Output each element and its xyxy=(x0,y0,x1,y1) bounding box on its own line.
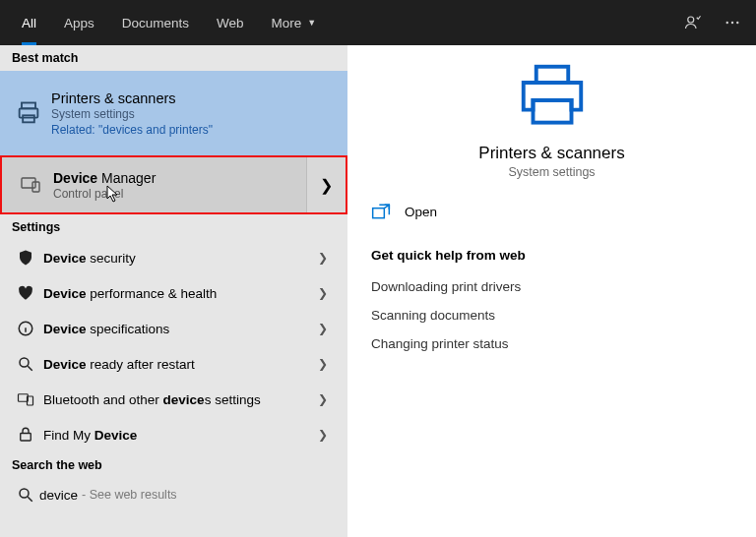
more-options-icon[interactable] xyxy=(713,0,752,45)
row-device-ready-restart[interactable]: Device ready after restart ❯ xyxy=(0,346,347,382)
row-search-web[interactable]: device - See web results xyxy=(0,478,347,511)
device-manager-icon xyxy=(14,173,47,197)
quick-help-scanning-documents[interactable]: Scanning documents xyxy=(371,301,732,329)
result-title: Device Manager xyxy=(53,170,334,186)
printer-icon xyxy=(12,99,45,127)
row-label: Find My Device xyxy=(39,428,318,443)
row-find-my-device[interactable]: Find My Device ❯ xyxy=(0,417,347,452)
info-icon xyxy=(12,320,39,337)
chevron-right-icon: ❯ xyxy=(318,392,336,406)
row-device-specifications[interactable]: Device specifications ❯ xyxy=(0,311,347,346)
search-hint: - See web results xyxy=(78,488,177,502)
tab-documents[interactable]: Documents xyxy=(108,0,203,45)
chevron-right-icon: ❯ xyxy=(320,176,333,195)
svg-point-12 xyxy=(20,358,29,367)
quick-help-printer-status[interactable]: Changing printer status xyxy=(371,329,732,358)
expand-button[interactable]: ❯ xyxy=(306,157,346,212)
action-open-label: Open xyxy=(405,205,437,219)
tab-apps-label: Apps xyxy=(64,16,94,30)
quick-help-download-drivers[interactable]: Downloading print drivers xyxy=(371,272,732,301)
section-best-match: Best match xyxy=(0,45,347,71)
chevron-right-icon: ❯ xyxy=(318,428,336,442)
tab-web-label: Web xyxy=(217,16,244,30)
section-search-web: Search the web xyxy=(0,452,347,478)
chevron-right-icon: ❯ xyxy=(318,286,336,300)
tab-all-label: All xyxy=(22,16,36,30)
search-icon xyxy=(12,355,39,373)
search-icon xyxy=(12,486,39,504)
row-device-performance[interactable]: Device performance & health ❯ xyxy=(0,275,347,311)
svg-point-0 xyxy=(688,17,694,23)
svg-line-13 xyxy=(28,366,32,371)
shield-icon xyxy=(12,249,39,267)
action-open[interactable]: Open xyxy=(371,193,732,240)
svg-point-1 xyxy=(726,22,728,24)
tab-more-label: More xyxy=(272,16,302,30)
svg-rect-14 xyxy=(19,394,29,402)
result-device-manager[interactable]: Device Manager Control panel ❯ xyxy=(0,155,347,214)
row-device-security[interactable]: Device security ❯ xyxy=(0,240,347,275)
devices-icon xyxy=(12,390,39,408)
svg-rect-16 xyxy=(21,434,32,442)
search-query: device xyxy=(39,488,78,503)
lock-icon xyxy=(12,426,39,444)
svg-rect-19 xyxy=(536,67,568,83)
svg-point-17 xyxy=(20,489,29,498)
svg-point-3 xyxy=(736,22,738,24)
preview-hero: Printers & scanners System settings xyxy=(371,55,732,193)
printer-icon xyxy=(514,61,591,130)
quick-help-heading: Get quick help from web xyxy=(371,248,732,263)
svg-rect-7 xyxy=(22,178,35,188)
results-panel: Best match Printers & scanners System se… xyxy=(0,45,347,537)
preview-panel: Printers & scanners System settings Open… xyxy=(347,45,756,537)
row-label: Bluetooth and other devices settings xyxy=(39,392,318,407)
row-label: Device ready after restart xyxy=(39,357,318,372)
row-label: Device performance & health xyxy=(39,286,318,301)
open-icon xyxy=(371,203,393,220)
tab-apps[interactable]: Apps xyxy=(50,0,108,45)
feedback-icon[interactable] xyxy=(673,0,713,45)
row-label: Device specifications xyxy=(39,322,318,336)
tab-documents-label: Documents xyxy=(122,16,189,30)
result-title: Printers & scanners xyxy=(51,90,336,106)
row-bluetooth-devices[interactable]: Bluetooth and other devices settings ❯ xyxy=(0,382,347,417)
result-related: Related: "devices and printers" xyxy=(51,123,336,137)
svg-rect-6 xyxy=(23,115,34,122)
tab-more[interactable]: More ▼ xyxy=(258,0,331,45)
svg-rect-21 xyxy=(373,209,385,218)
chevron-right-icon: ❯ xyxy=(318,251,336,265)
result-printers-scanners[interactable]: Printers & scanners System settings Rela… xyxy=(0,71,347,155)
section-settings: Settings xyxy=(0,214,347,240)
preview-title: Printers & scanners xyxy=(478,144,624,163)
chevron-right-icon: ❯ xyxy=(318,322,336,335)
row-label: Device security xyxy=(39,251,318,266)
tab-web[interactable]: Web xyxy=(203,0,258,45)
svg-point-2 xyxy=(731,22,733,24)
chevron-down-icon: ▼ xyxy=(307,18,316,28)
svg-rect-20 xyxy=(533,100,571,123)
search-scope-tabs: All Apps Documents Web More ▼ xyxy=(0,0,756,45)
result-subtitle: System settings xyxy=(51,107,336,121)
heart-pulse-icon xyxy=(12,284,39,302)
chevron-right-icon: ❯ xyxy=(318,357,336,371)
svg-line-18 xyxy=(28,497,32,502)
tab-all[interactable]: All xyxy=(8,0,50,45)
preview-subtitle: System settings xyxy=(508,165,595,179)
result-subtitle: Control panel xyxy=(53,187,334,201)
